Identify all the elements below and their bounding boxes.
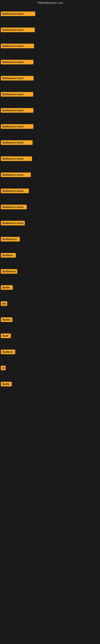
bottleneck-badge[interactable]: Bottl: [1, 334, 11, 338]
bottleneck-row: Bottler: [0, 312, 100, 328]
bottleneck-row: Bottleneck result: [0, 150, 100, 167]
bottleneck-badge[interactable]: Bottleneck result: [1, 108, 33, 113]
bottleneck-row: Bottlene: [0, 344, 100, 360]
bottleneck-badge[interactable]: Bottleneck result: [1, 172, 31, 177]
bottleneck-row: Bottleneck result: [0, 86, 100, 102]
bottleneck-row: Bottleneck result: [0, 6, 100, 22]
bottleneck-badge[interactable]: Bo: [1, 301, 7, 306]
bottleneck-row: Bottleneck result: [0, 118, 100, 134]
site-title: TheBottlenecker.com: [0, 0, 100, 6]
bottleneck-row: Bottlene: [0, 247, 100, 263]
bottleneck-row: Bottleneck: [0, 263, 100, 279]
badges-container: Bottleneck resultBottleneck resultBottle…: [0, 6, 100, 392]
bottleneck-row: Bottleneck result: [0, 54, 100, 70]
bottleneck-badge[interactable]: Bottleneck result: [1, 76, 34, 80]
bottleneck-badge[interactable]: Bottler: [1, 317, 12, 322]
bottleneck-row: Bottleneck result: [0, 167, 100, 183]
bottleneck-row: Bottleneck result: [0, 22, 100, 38]
bottleneck-badge[interactable]: Bottleneck result: [1, 12, 35, 16]
bottleneck-badge[interactable]: Bottle: [1, 285, 13, 290]
bottleneck-row: Bottle: [0, 279, 100, 296]
bottleneck-badge[interactable]: B: [1, 366, 6, 370]
bottleneck-row: Bottleneck result: [0, 38, 100, 54]
bottleneck-row: Bottleneck result: [0, 70, 100, 86]
bottleneck-row: Bottleneck r: [0, 231, 100, 247]
bottleneck-badge[interactable]: Bottleneck result: [1, 60, 33, 64]
bottleneck-badge[interactable]: Bottlene: [1, 253, 16, 258]
bottleneck-badge[interactable]: Bottleneck result: [1, 156, 32, 161]
bottleneck-badge[interactable]: Bottleneck result: [1, 28, 35, 32]
bottleneck-badge[interactable]: Bottle: [1, 382, 12, 386]
bottleneck-row: Bottleneck result: [0, 199, 100, 215]
bottleneck-row: Bo: [0, 296, 100, 312]
bottleneck-badge[interactable]: Bottleneck result: [1, 92, 33, 96]
bottleneck-row: Bottleneck result: [0, 134, 100, 150]
bottleneck-row: Bottleneck result: [0, 215, 100, 231]
bottleneck-badge[interactable]: Bottleneck r: [1, 237, 20, 242]
bottleneck-badge[interactable]: Bottleneck result: [1, 124, 33, 129]
bottleneck-badge[interactable]: Bottleneck result: [1, 205, 27, 209]
bottleneck-badge[interactable]: Bottlene: [1, 350, 15, 354]
bottleneck-row: B: [0, 360, 100, 376]
bottleneck-row: Bottl: [0, 328, 100, 344]
bottleneck-badge[interactable]: Bottleneck: [1, 269, 17, 274]
site-header: TheBottlenecker.com: [0, 0, 100, 6]
bottleneck-badge[interactable]: Bottleneck result: [1, 188, 29, 193]
bottleneck-row: Bottleneck result: [0, 102, 100, 118]
bottleneck-row: Bottle: [0, 376, 100, 392]
bottleneck-badge[interactable]: Bottleneck result: [1, 140, 33, 145]
bottleneck-badge[interactable]: Bottleneck result: [1, 44, 34, 48]
bottleneck-row: Bottleneck result: [0, 183, 100, 199]
bottleneck-badge[interactable]: Bottleneck result: [1, 221, 25, 226]
